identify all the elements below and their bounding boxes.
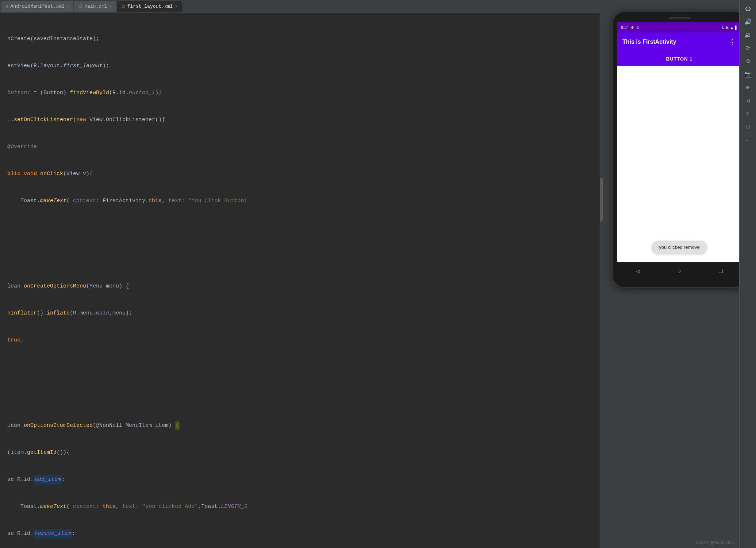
rotate-alt-button[interactable]: ⟲ [742, 55, 754, 67]
tab-androidmanifest[interactable]: A AndroidManifest.xml ✕ [1, 1, 73, 12]
code-line-4: ..setOnClickListener(new View.OnClickLis… [0, 115, 603, 125]
settings-icon: ⚙ [631, 26, 634, 30]
tab-close-main[interactable]: ✕ [110, 4, 112, 9]
phone-screen: 9:34 ⚙ ⊙ LTE ▲ ▌ This is FirstActivity ⋮… [617, 22, 741, 262]
rotate-button[interactable]: ⟳ [742, 42, 754, 54]
right-panel: 9:34 ⚙ ⊙ LTE ▲ ▌ This is FirstActivity ⋮… [603, 0, 756, 548]
watermark: CSDN @Sunnydog_ [696, 540, 736, 545]
lte-label: LTE [722, 26, 729, 30]
phone-speaker [668, 17, 690, 19]
status-time: 9:34 [621, 25, 629, 30]
status-bar: 9:34 ⚙ ⊙ LTE ▲ ▌ [617, 22, 741, 32]
emulator-toolbar: ⏻ 🔊 🔉 ⟳ ⟲ 📷 ⊕ ◁ ○ □ ⋯ [739, 0, 756, 548]
code-line-13 [0, 363, 603, 374]
power-button[interactable]: ⏻ [742, 3, 754, 15]
tab-main-label: main.xml [84, 4, 107, 9]
tab-androidmanifest-label: AndroidManifest.xml [11, 4, 65, 9]
nav-bar: ◁ ○ □ [617, 262, 741, 280]
battery-icon: ▌ [735, 26, 738, 30]
tab-close-androidmanifest[interactable]: ✕ [67, 4, 69, 9]
volume-down-button[interactable]: 🔉 [742, 29, 754, 41]
code-line-15: lean onOptionsItemSelected(@NonNull Menu… [0, 421, 603, 431]
home-button[interactable]: ○ [678, 267, 682, 275]
xml-icon-main: ⬡ [78, 4, 82, 9]
status-right: LTE ▲ ▌ [722, 26, 738, 30]
code-line-10: lean onCreateOptionsMenu(Menu menu) { [0, 282, 603, 291]
code-line-8 [0, 223, 603, 235]
code-line-17: se R.id.add_item: [0, 475, 603, 485]
xml-icon-first: ⬡ [122, 4, 125, 9]
tab-close-first[interactable]: ✕ [175, 4, 177, 9]
back-button[interactable]: ◁ [636, 267, 640, 275]
toast-notification: you clicked remove [652, 241, 707, 254]
nav-recents-btn[interactable]: □ [742, 121, 754, 133]
app-title: This is FirstActivity [622, 39, 676, 45]
code-line-11: nInflater().inflate(R.menu.main,menu); [0, 309, 603, 318]
code-line-2: entView(R.layout.first_layout); [0, 61, 603, 71]
code-content: nCreate(savedInstanceState); entView(R.l… [0, 13, 603, 548]
code-line-12: true; [0, 336, 603, 345]
overflow-menu-icon[interactable]: ⋮ [729, 38, 736, 47]
screen-content: you clicked remove [617, 66, 741, 262]
code-line-18: Toast.makeText( context: this, text: "yo… [0, 502, 603, 512]
tab-main[interactable]: ⬡ main.xml ✕ [74, 1, 116, 12]
code-line-16: (item.getItemId()){ [0, 448, 603, 458]
button1[interactable]: BUTTON 1 [617, 51, 741, 66]
tab-first-layout-label: first_layout.xml [127, 4, 173, 9]
scrollbar-thumb[interactable] [600, 178, 603, 221]
more-button[interactable]: ⋯ [742, 134, 754, 146]
signal-icon: ▲ [730, 26, 734, 30]
code-line-7: Toast.makeText( context: FirstActivity.t… [0, 196, 603, 206]
tab-first-layout[interactable]: ⬡ first_layout.xml ✕ [117, 1, 182, 12]
code-line-19: se R.id.remove_item: [0, 529, 603, 539]
code-line-3: button1 = (Button) findViewById(R.id.but… [0, 88, 603, 98]
zoom-button[interactable]: ⊕ [742, 82, 754, 93]
code-line-1: nCreate(savedInstanceState); [0, 34, 603, 44]
recents-button[interactable]: □ [719, 267, 723, 275]
phone-frame: 9:34 ⚙ ⊙ LTE ▲ ▌ This is FirstActivity ⋮… [612, 11, 747, 288]
code-line-14 [0, 392, 603, 404]
code-line-6: blic void onClick(View v){ [0, 169, 603, 179]
tab-bar: A AndroidManifest.xml ✕ ⬡ main.xml ✕ ⬡ f… [0, 0, 603, 13]
wifi-icon: ⊙ [636, 26, 639, 30]
volume-up-button[interactable]: 🔊 [742, 16, 754, 28]
scrollbar[interactable] [600, 13, 603, 548]
nav-back-btn[interactable]: ◁ [742, 95, 754, 107]
nav-home-btn[interactable]: ○ [742, 108, 754, 120]
app-toolbar: This is FirstActivity ⋮ [617, 32, 741, 51]
code-line-9 [0, 252, 603, 264]
status-left: 9:34 ⚙ ⊙ [621, 25, 639, 30]
screenshot-button[interactable]: 📷 [742, 69, 754, 80]
code-editor: A AndroidManifest.xml ✕ ⬡ main.xml ✕ ⬡ f… [0, 0, 603, 548]
code-line-5: @Override [0, 142, 603, 152]
xml-icon: A [6, 4, 8, 9]
